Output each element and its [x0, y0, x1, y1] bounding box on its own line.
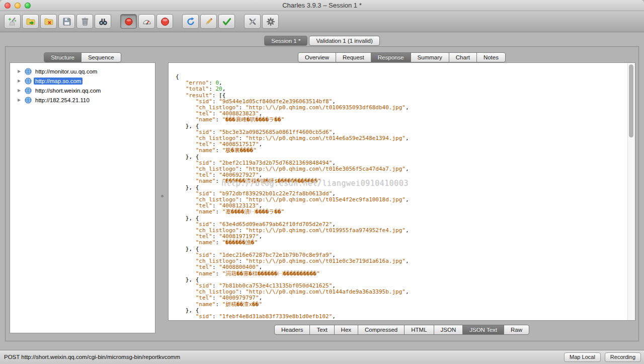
edit-button[interactable] — [200, 14, 217, 29]
disclosure-triangle-icon[interactable]: ▶ — [18, 79, 24, 83]
watermark-text: http://blog.csdn.net/liangwei0910410003 — [221, 179, 409, 188]
repeat-button[interactable] — [182, 14, 199, 29]
floppy-icon — [62, 17, 72, 27]
charles-window: { "window": { "title": "Charles 3.9.3 – … — [0, 0, 644, 364]
tree-item-selected[interactable]: ▶ http://map.so.com — [10, 76, 155, 86]
globe-icon — [25, 78, 32, 85]
disclosure-triangle-icon[interactable]: ▶ — [18, 88, 24, 93]
toolbar-group-session — [4, 14, 111, 29]
json-content: { "errno": 0, "total": 20, "result": [{ … — [176, 74, 409, 320]
tab-headers[interactable]: Headers — [274, 325, 310, 335]
disclosure-triangle-icon[interactable]: ▶ — [18, 69, 24, 74]
tab-hex[interactable]: Hex — [334, 325, 358, 335]
toolbar — [0, 11, 644, 32]
tree-item[interactable]: ▶ http://monitor.uu.qq.com — [10, 66, 155, 76]
gauge-icon — [142, 17, 152, 27]
globe-icon — [25, 68, 32, 75]
detail-tab-bar: Overview Request Response Summary Chart … — [168, 52, 635, 62]
session-tab-bar: Session 1 * Validation 1 (1 invalid) — [0, 36, 644, 46]
tab-validation-1[interactable]: Validation 1 (1 invalid) — [309, 36, 379, 46]
throttle-button[interactable] — [138, 14, 155, 29]
tab-json-text[interactable]: JSON Text — [462, 325, 504, 335]
status-bar: POST http://short.weixin.qq.com/cgi-bin/… — [0, 350, 644, 364]
folder-export-icon — [44, 17, 54, 27]
gear-icon — [266, 17, 276, 27]
globe-icon — [25, 97, 32, 104]
tab-request[interactable]: Request — [336, 52, 371, 62]
window-title: Charles 3.9.3 – Session 1 * — [0, 0, 644, 11]
map-local-button[interactable]: Map Local — [564, 352, 601, 362]
vertical-scrollbar[interactable] — [627, 63, 635, 320]
wrench-icon — [248, 17, 258, 27]
tab-summary[interactable]: Summary — [411, 52, 449, 62]
tree-item-label: http://monitor.uu.qq.com — [34, 68, 99, 75]
tab-text[interactable]: Text — [309, 325, 334, 335]
tab-overview[interactable]: Overview — [298, 52, 336, 62]
pencil-icon — [204, 17, 214, 27]
save-session-button[interactable] — [58, 14, 75, 29]
record-button[interactable] — [120, 14, 137, 29]
tree-item-label: http://short.weixin.qq.com — [34, 87, 102, 94]
tab-compressed[interactable]: Compressed — [358, 325, 405, 335]
clear-session-button[interactable] — [4, 14, 21, 29]
check-icon — [222, 17, 232, 27]
breakpoints-button[interactable] — [156, 14, 173, 29]
export-session-button[interactable] — [40, 14, 57, 29]
disclosure-triangle-icon[interactable]: ▶ — [18, 98, 24, 102]
response-body-panel: { "errno": 0, "total": 20, "result": [{ … — [168, 62, 635, 321]
broom-icon — [8, 17, 18, 27]
tab-json[interactable]: JSON — [434, 325, 463, 335]
scrollbar-thumb[interactable] — [629, 64, 633, 137]
recording-button[interactable]: Recording — [605, 352, 641, 362]
binoculars-icon — [98, 17, 108, 27]
tree-item-label: http://182.254.21.110 — [34, 97, 91, 104]
tab-structure[interactable]: Structure — [44, 52, 82, 62]
tab-notes[interactable]: Notes — [476, 52, 506, 62]
trash-icon — [80, 17, 90, 27]
settings-button[interactable] — [262, 14, 279, 29]
status-request-text: POST http://short.weixin.qq.com/cgi-bin/… — [4, 350, 180, 364]
sidebar-tab-bar: Structure Sequence — [10, 52, 155, 62]
status-buttons: Map Local Recording — [564, 352, 641, 362]
tab-response[interactable]: Response — [371, 52, 411, 62]
tree-item[interactable]: ▶ http://182.254.21.110 — [10, 95, 155, 105]
tab-raw[interactable]: Raw — [504, 325, 529, 335]
tab-chart[interactable]: Chart — [449, 52, 477, 62]
tree-item-label: http://map.so.com — [34, 78, 83, 85]
tree-item[interactable]: ▶ http://short.weixin.qq.com — [10, 86, 155, 95]
breakpoint-icon — [160, 17, 170, 27]
toolbar-group-actions — [182, 14, 235, 29]
toolbar-group-recording — [120, 14, 173, 29]
repeat-icon — [186, 17, 196, 27]
tools-button[interactable] — [244, 14, 261, 29]
delete-button[interactable] — [76, 14, 93, 29]
record-icon — [124, 17, 134, 27]
validate-button[interactable] — [218, 14, 235, 29]
find-button[interactable] — [95, 14, 111, 29]
splitter-handle[interactable] — [161, 195, 164, 197]
response-format-tab-bar: Headers Text Hex Compressed HTML JSON JS… — [168, 325, 635, 335]
toolbar-group-config — [244, 14, 279, 29]
tab-html[interactable]: HTML — [404, 325, 434, 335]
globe-icon — [25, 87, 32, 94]
folder-open-icon — [26, 17, 36, 27]
tab-sequence[interactable]: Sequence — [81, 52, 121, 62]
open-session-button[interactable] — [22, 14, 39, 29]
structure-tree: ▶ http://monitor.uu.qq.com ▶ http://map.… — [10, 62, 155, 333]
titlebar[interactable]: Charles 3.9.3 – Session 1 * — [0, 0, 644, 11]
tab-session-1[interactable]: Session 1 * — [264, 36, 307, 46]
main-area: Structure Sequence ▶ http://monitor.uu.q… — [5, 46, 639, 341]
